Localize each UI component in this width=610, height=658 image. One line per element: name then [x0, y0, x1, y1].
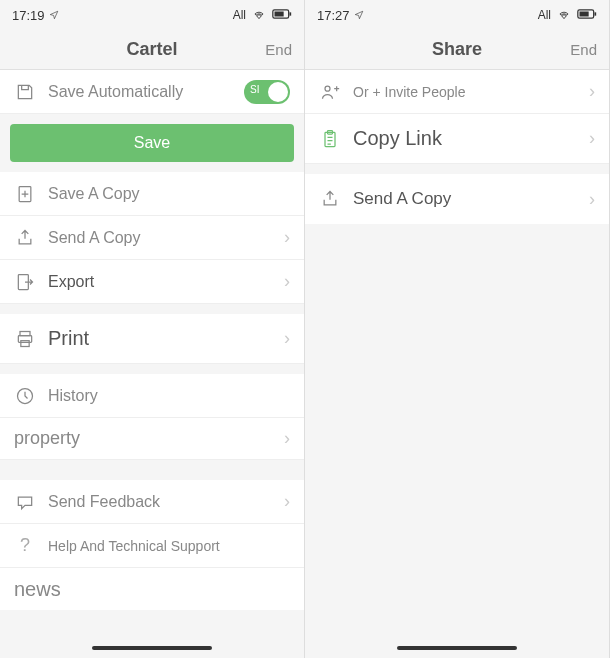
chevron-icon: › — [589, 128, 595, 149]
svg-rect-10 — [595, 12, 597, 15]
invite-row[interactable]: Or + Invite People › — [305, 70, 609, 114]
help-row[interactable]: ? Help And Technical Support — [0, 524, 304, 568]
battery-icon — [272, 8, 292, 23]
chevron-icon: › — [284, 271, 290, 292]
send-copy-label: Send A Copy — [353, 189, 589, 209]
help-label: Help And Technical Support — [48, 538, 290, 554]
wifi-icon — [252, 7, 266, 24]
status-time: 17:19 — [12, 8, 45, 23]
chevron-icon: › — [284, 491, 290, 512]
copy-link-label: Copy Link — [353, 127, 589, 150]
feedback-icon — [14, 491, 36, 513]
wifi-icon — [557, 7, 571, 24]
clipboard-icon — [319, 128, 341, 150]
header-title: Share — [432, 39, 482, 60]
svg-rect-2 — [275, 11, 284, 16]
news-row[interactable]: news — [0, 568, 304, 610]
save-copy-row[interactable]: Save A Copy — [0, 172, 304, 216]
left-screen: 17:19 All Cartel End Save Automatically … — [0, 0, 305, 658]
export-row[interactable]: Export › — [0, 260, 304, 304]
header: Share End — [305, 30, 609, 70]
share-icon — [14, 227, 36, 249]
chevron-icon: › — [284, 428, 290, 449]
status-time: 17:27 — [317, 8, 350, 23]
header-end[interactable]: End — [570, 41, 597, 58]
chevron-icon: › — [284, 227, 290, 248]
home-indicator[interactable] — [397, 646, 517, 650]
chevron-icon: › — [589, 81, 595, 102]
home-indicator[interactable] — [92, 646, 212, 650]
chevron-icon: › — [589, 189, 595, 210]
header: Cartel End — [0, 30, 304, 70]
print-label: Print — [48, 327, 284, 350]
invite-icon — [319, 81, 341, 103]
news-label: news — [14, 578, 304, 601]
send-copy-row[interactable]: Send A Copy › — [305, 174, 609, 224]
save-copy-icon — [14, 183, 36, 205]
share-icon — [319, 188, 341, 210]
svg-rect-11 — [580, 11, 589, 16]
battery-icon — [577, 8, 597, 23]
feedback-label: Send Feedback — [48, 493, 284, 511]
status-bar: 17:19 All — [0, 0, 304, 30]
history-row[interactable]: History — [0, 374, 304, 418]
location-icon — [354, 8, 364, 23]
status-carrier: All — [538, 8, 551, 22]
export-icon — [14, 271, 36, 293]
status-carrier: All — [233, 8, 246, 22]
header-title: Cartel — [126, 39, 177, 60]
save-auto-icon — [14, 81, 36, 103]
svg-rect-1 — [290, 12, 292, 15]
invite-label: Or + Invite People — [353, 84, 589, 100]
right-screen: 17:27 All Share End Or + Invite People › — [305, 0, 610, 658]
save-copy-label: Save A Copy — [48, 185, 290, 203]
status-bar: 17:27 All — [305, 0, 609, 30]
chevron-icon: › — [284, 328, 290, 349]
copy-link-row[interactable]: Copy Link › — [305, 114, 609, 164]
svg-rect-5 — [20, 331, 30, 335]
print-icon — [14, 328, 36, 350]
send-copy-row[interactable]: Send A Copy › — [0, 216, 304, 260]
save-auto-toggle[interactable]: SI — [244, 80, 290, 104]
save-button[interactable]: Save — [10, 124, 294, 162]
save-auto-row[interactable]: Save Automatically SI — [0, 70, 304, 114]
send-copy-label: Send A Copy — [48, 229, 284, 247]
print-row[interactable]: Print › — [0, 314, 304, 364]
location-icon — [49, 8, 59, 23]
feedback-row[interactable]: Send Feedback › — [0, 480, 304, 524]
svg-point-12 — [325, 86, 330, 91]
history-label: History — [48, 387, 290, 405]
save-auto-label: Save Automatically — [48, 83, 244, 101]
history-icon — [14, 385, 36, 407]
help-icon: ? — [14, 535, 36, 557]
export-label: Export — [48, 273, 284, 291]
property-label: property — [14, 428, 284, 449]
property-row[interactable]: property › — [0, 418, 304, 460]
svg-rect-7 — [21, 340, 29, 346]
header-end[interactable]: End — [265, 41, 292, 58]
